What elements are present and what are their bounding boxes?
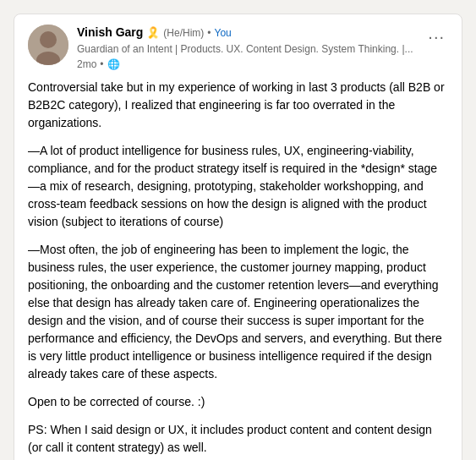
globe-icon: 🌐 [107,58,120,70]
paragraph-1: Controversial take but in my experience … [28,79,448,132]
post-content: Controversial take but in my experience … [28,79,448,457]
author-name-line: Vinish Garg 🎗️ (He/Him) • You [77,25,413,41]
more-options-button[interactable]: ··· [424,25,448,48]
meta-dot: • [100,58,103,70]
dot-separator: • [207,27,211,39]
paragraph-2: —A lot of product intelligence for busin… [28,142,448,231]
avatar[interactable] [28,25,68,65]
author-info: Vinish Garg 🎗️ (He/Him) • You Guardian o… [77,25,413,70]
post-card: Vinish Garg 🎗️ (He/Him) • You Guardian o… [14,14,462,460]
author-pronoun: (He/Him) [163,27,204,39]
svg-point-1 [40,31,57,48]
paragraph-3: —Most often, the job of engineering has … [28,241,448,383]
paragraph-5: PS: When I said design or UX, it include… [28,421,448,457]
paragraph-4: Open to be corrected of course. :) [28,393,448,411]
post-time: 2mo [77,58,96,70]
you-text: You [215,27,232,39]
post-meta: 2mo • 🌐 [77,58,413,70]
post-header: Vinish Garg 🎗️ (He/Him) • You Guardian o… [28,25,448,70]
post-header-left: Vinish Garg 🎗️ (He/Him) • You Guardian o… [28,25,413,70]
ribbon-icon: 🎗️ [146,26,160,39]
author-headline: Guardian of an Intent | Products. UX. Co… [77,42,413,57]
author-name[interactable]: Vinish Garg [77,25,143,41]
